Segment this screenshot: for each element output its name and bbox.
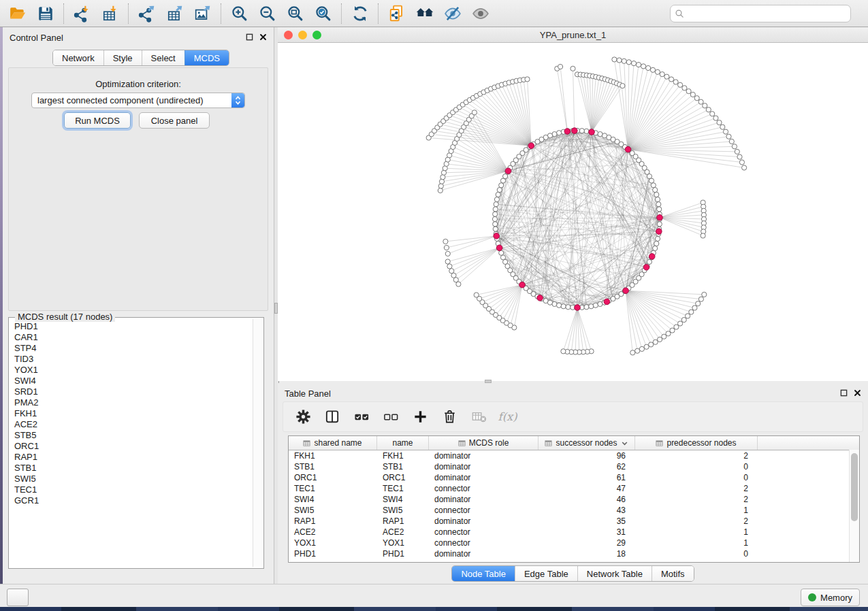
float-panel-icon[interactable] [246,33,253,41]
zoom-in-icon [231,5,248,22]
toolbar-zoom-selected-button[interactable] [309,2,337,25]
toolbar-export-image-button[interactable] [189,2,216,25]
tab-motifs[interactable]: Motifs [652,566,694,581]
table-row[interactable]: STB1STB1dominator620 [289,461,859,472]
memory-button[interactable]: Memory [801,589,860,606]
toolbar-zoom-out-button[interactable] [253,2,281,25]
table-gear-button[interactable] [294,408,312,426]
toolbar-zoom-in-button[interactable] [225,2,253,25]
deselect-all-icon [383,409,399,425]
table-row[interactable]: SWI5SWI5connector431 [289,505,859,516]
mcds-result-item[interactable]: YOX1 [10,365,253,376]
column-header-name[interactable]: name [377,436,429,450]
toolbar-refresh-button[interactable] [346,2,374,25]
search-input[interactable] [688,8,846,20]
network-canvas[interactable] [278,42,868,384]
table-row[interactable]: ACE2ACE2connector311 [289,527,859,538]
table-row[interactable]: ORC1ORC1dominator610 [289,472,859,483]
close-panel-icon[interactable] [259,33,267,41]
table-deselect-all-button[interactable] [382,408,400,426]
table-cell: RAP1 [289,516,377,526]
column-type-icon [545,440,552,447]
mcds-result-item[interactable]: PHD1 [10,321,253,332]
tab-select[interactable]: Select [142,50,184,65]
table-row[interactable]: PHD1PHD1dominator180 [289,548,859,559]
mcds-result-item[interactable]: STP4 [10,343,253,354]
close-panel-button[interactable]: Close panel [139,112,210,129]
task-history-button[interactable] [7,589,29,606]
mcds-result-item[interactable]: FKH1 [10,408,253,419]
toolbar-neighbors-button[interactable] [411,2,438,25]
toolbar-zoom-fit-button[interactable] [281,2,309,25]
mcds-list-scrollbar[interactable] [253,319,262,567]
mcds-result-item[interactable]: ORC1 [10,441,253,452]
mcds-result-item[interactable]: PMA2 [10,397,253,408]
desktop-wallpaper-bottom [0,607,868,611]
status-bar: Memory [0,584,868,607]
mcds-result-item[interactable]: CAR1 [10,332,253,343]
tab-edge-table[interactable]: Edge Table [515,566,577,581]
hide-selected-icon [444,5,462,22]
mcds-result-item[interactable]: GCR1 [10,495,253,506]
table-cell: connector [429,484,539,493]
mcds-result-item[interactable]: RAP1 [10,452,253,463]
table-delete-button[interactable] [440,408,458,426]
tab-mcds[interactable]: MCDS [184,50,229,65]
table-row[interactable]: SWI4SWI4dominator462 [289,494,859,505]
close-panel-icon[interactable] [854,389,861,397]
memory-label: Memory [820,593,852,603]
table-add-button[interactable] [411,408,429,426]
table-cell: TEC1 [289,484,377,493]
run-mcds-button[interactable]: Run MCDS [64,112,131,129]
node-table[interactable]: shared namenameMCDS rolesuccessor nodesp… [288,435,860,563]
delete-icon [442,409,457,425]
mcds-result-list[interactable]: PHD1CAR1STP4TID3YOX1SWI4SRD1PMA2FKH1ACE2… [10,321,253,567]
toolbar-import-table-button[interactable] [96,2,124,25]
toolbar-show-all-button[interactable] [466,2,494,25]
network-window-titlebar[interactable]: YPA_prune.txt_1 [278,27,868,43]
table-cell: 2 [635,451,758,461]
tab-network-table[interactable]: Network Table [577,566,652,581]
table-row[interactable]: YOX1YOX1connector291 [289,538,859,548]
table-row[interactable]: FKH1FKH1dominator962 [289,450,859,461]
tab-network[interactable]: Network [53,50,103,65]
toolbar-export-table-button[interactable] [161,2,189,25]
float-panel-icon[interactable] [840,389,848,397]
table-cell: dominator [429,516,539,526]
column-header-predecessor-nodes[interactable]: predecessor nodes [635,436,758,450]
tab-style[interactable]: Style [103,50,142,65]
cytoscape-app: Control Panel NetworkStyleSelectMCDS Opt… [0,0,868,611]
scrollbar-thumb[interactable] [851,453,858,521]
table-cell: dominator [429,473,539,482]
toolbar-import-network-button[interactable] [68,2,96,25]
table-row[interactable]: RAP1RAP1dominator352 [289,516,859,527]
column-header-MCDS-role[interactable]: MCDS role [429,436,539,450]
column-type-icon [303,440,310,447]
table-columns-button[interactable] [323,408,341,426]
column-header-shared-name[interactable]: shared name [289,436,377,450]
toolbar-hide-selected-button[interactable] [438,2,466,25]
toolbar-share-network-button[interactable] [383,2,411,25]
mcds-result-item[interactable]: SRD1 [10,386,253,397]
mcds-result-item[interactable]: ACE2 [10,419,253,430]
optimization-criterion-select[interactable]: largest connected component (undirected) [31,93,245,108]
mcds-result-item[interactable]: TEC1 [10,484,253,495]
mcds-result-item[interactable]: SWI5 [10,474,253,484]
table-row[interactable]: TEC1TEC1connector472 [289,483,859,494]
tab-node-table[interactable]: Node Table [452,566,515,581]
table-select-all-button[interactable] [353,408,370,426]
table-cell: 62 [539,462,635,472]
search-box[interactable] [670,5,851,22]
mcds-result-item[interactable]: STB5 [10,430,253,441]
toolbar-export-network-button[interactable] [133,2,161,25]
mcds-result-item[interactable]: STB1 [10,463,253,474]
mcds-result-item[interactable]: SWI4 [10,376,253,386]
table-scrollbar[interactable] [849,450,859,562]
mcds-result-item[interactable]: TID3 [10,354,253,365]
column-header-successor-nodes[interactable]: successor nodes [539,436,635,450]
toolbar-save-button[interactable] [31,2,59,25]
table-cell: 1 [635,538,758,548]
column-label: MCDS role [469,438,509,448]
toolbar-open-button[interactable] [3,2,31,25]
mcds-result-group: MCDS result (17 nodes) PHD1CAR1STP4TID3Y… [8,317,264,569]
